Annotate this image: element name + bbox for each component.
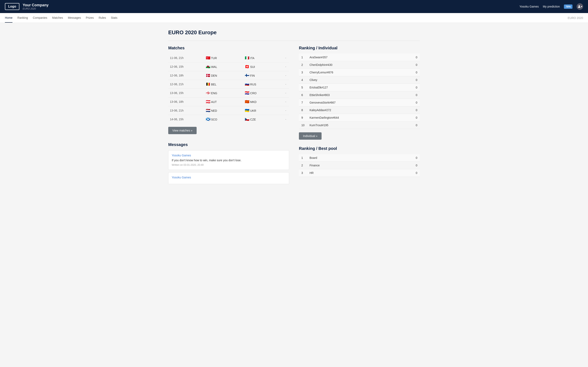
message-author[interactable]: Yosoku Games <box>172 176 286 179</box>
logo: Logo <box>5 3 19 10</box>
message-date: Written on 03-01-2020, 20:49 <box>172 164 286 166</box>
ranking-row: 2 CheriDolphin#430 0 <box>299 61 420 69</box>
message-card: Yosoku Games <box>168 172 289 184</box>
ranking-best-pool-title: Ranking / Best pool <box>299 146 420 151</box>
pool-rank-name: HR <box>307 169 412 177</box>
nav-ranking[interactable]: Ranking <box>17 13 28 23</box>
nav-companies[interactable]: Companies <box>33 13 47 23</box>
yosoku-games-link[interactable]: Yosoku Games <box>519 5 539 8</box>
nav-home[interactable]: Home <box>5 13 12 23</box>
rank-name: AraSwan#357 <box>307 54 412 61</box>
pool-rank-name: Finance <box>307 162 412 169</box>
message-author[interactable]: Yosoku Games <box>172 154 286 157</box>
ranking-row: 3 CherrylLemur#876 0 <box>299 69 420 76</box>
rank-number: 9 <box>299 114 307 122</box>
match-date: 11-06, 21h <box>168 54 204 62</box>
pool-rank-number: 3 <box>299 169 307 177</box>
ranking-best-pool-section: Ranking / Best pool 1 Board 0 2 Finance … <box>299 146 420 177</box>
nav-stats[interactable]: Stats <box>111 13 117 23</box>
match-row: 12-06, 15h 🏴󠁧󠁢󠁷󠁬󠁳󠁿WAL 🇨🇭SUI - <box>168 62 289 71</box>
rank-number: 7 <box>299 99 307 106</box>
matches-table: 11-06, 21h 🇹🇷TUR 🇮🇹ITA - 12-06, 15h 🏴󠁧󠁢󠁷… <box>168 54 289 124</box>
messages-section: Messages Yosoku Games If you don't know … <box>168 142 289 184</box>
match-score: - <box>282 89 289 98</box>
match-team1: 🇹🇷TUR <box>204 54 243 62</box>
best-pool-row: 2 Finance 0 <box>299 162 420 169</box>
match-team2: 🇫🇮FIN <box>243 71 282 80</box>
ranking-individual-table: 1 AraSwan#357 0 2 CheriDolphin#430 0 3 C… <box>299 54 420 129</box>
match-row: 13-06, 21h 🇳🇱NED 🇺🇦UKR - <box>168 106 289 115</box>
match-score: - <box>282 115 289 124</box>
rank-name: ErickaElk#127 <box>307 84 412 91</box>
match-team2: 🇭🇷CRO <box>243 89 282 98</box>
nav-rules[interactable]: Rules <box>99 13 106 23</box>
divider <box>168 41 420 41</box>
rank-score: 0 <box>412 99 420 106</box>
match-row: 13-06, 18h 🇦🇹AUT 🇲🇰MKD - <box>168 98 289 106</box>
rank-number: 10 <box>299 122 307 129</box>
view-matches-button[interactable]: View matches » <box>168 127 197 134</box>
event-name: EURO 2020 <box>23 7 49 10</box>
page-title: EURO 2020 Europe <box>168 29 420 36</box>
rank-name: KarmenDarlington#644 <box>307 114 412 122</box>
message-text: If you don't know how to win, make sure … <box>172 159 286 162</box>
match-score: - <box>282 80 289 89</box>
nav-links: Home Ranking Companies Matches Messages … <box>5 13 117 23</box>
match-score: - <box>282 98 289 106</box>
rank-number: 8 <box>299 106 307 114</box>
rank-name: GenovevaStork#667 <box>307 99 412 106</box>
ranking-individual-title: Ranking / Individual <box>299 46 420 50</box>
match-row: 13-06, 15h 🏴󠁧󠁢󠁥󠁮󠁧󠁿ENG 🇭🇷CRO - <box>168 89 289 98</box>
match-row: 14-06, 15h 🏴󠁧󠁢󠁳󠁣󠁴󠁿SCO 🇨🇿CZE - <box>168 115 289 124</box>
pool-rank-number: 2 <box>299 162 307 169</box>
match-team1: 🏴󠁧󠁢󠁥󠁮󠁧󠁿ENG <box>204 89 243 98</box>
nav-bar: Home Ranking Companies Matches Messages … <box>0 13 588 23</box>
match-team1: 🏴󠁧󠁢󠁷󠁬󠁳󠁿WAL <box>204 62 243 71</box>
match-row: 11-06, 21h 🇹🇷TUR 🇮🇹ITA - <box>168 54 289 62</box>
nav-matches[interactable]: Matches <box>52 13 63 23</box>
rank-score: 0 <box>412 54 420 61</box>
header-company: Your Company EURO 2020 <box>23 3 49 10</box>
match-team2: 🇮🇹ITA <box>243 54 282 62</box>
match-team2: 🇨🇿CZE <box>243 115 282 124</box>
ranking-best-pool-table: 1 Board 0 2 Finance 0 3 HR 0 <box>299 154 420 177</box>
header-left: Logo Your Company EURO 2020 <box>5 3 49 10</box>
prediction-badge: 78% <box>564 4 572 9</box>
match-team2: 🇷🇺RUS <box>243 80 282 89</box>
rank-number: 5 <box>299 84 307 91</box>
user-menu[interactable]: ▾ <box>577 3 583 10</box>
nav-prizes[interactable]: Prizes <box>86 13 94 23</box>
match-team1: 🇦🇹AUT <box>204 98 243 106</box>
ranking-individual-section: Ranking / Individual 1 AraSwan#357 0 2 C… <box>299 46 420 146</box>
match-team2: 🇨🇭SUI <box>243 62 282 71</box>
pool-rank-name: Board <box>307 154 412 162</box>
content-grid: Matches 11-06, 21h 🇹🇷TUR 🇮🇹ITA - 12-06, … <box>168 46 420 187</box>
individual-button[interactable]: Individual » <box>299 132 321 140</box>
nav-messages[interactable]: Messages <box>68 13 81 23</box>
pool-rank-score: 0 <box>412 169 420 177</box>
ranking-row: 9 KarmenDarlington#644 0 <box>299 114 420 122</box>
rank-score: 0 <box>412 114 420 122</box>
ranking-row: 6 EttieShrike#803 0 <box>299 91 420 99</box>
rank-name: KumTrout#195 <box>307 122 412 129</box>
match-date: 12-06, 21h <box>168 80 204 89</box>
messages-title: Messages <box>168 142 289 147</box>
match-score: - <box>282 106 289 115</box>
ranking-row: 5 ErickaElk#127 0 <box>299 84 420 91</box>
rank-number: 3 <box>299 69 307 76</box>
rank-number: 4 <box>299 76 307 84</box>
match-score: - <box>282 71 289 80</box>
main-content: EURO 2020 Europe Matches 11-06, 21h 🇹🇷TU… <box>163 23 425 193</box>
company-name: Your Company <box>23 3 49 7</box>
matches-title: Matches <box>168 46 289 50</box>
ranking-row: 7 GenovevaStork#667 0 <box>299 99 420 106</box>
my-prediction-label: My prediction <box>543 5 560 8</box>
rank-number: 1 <box>299 54 307 61</box>
message-card: Yosoku Games If you don't know how to wi… <box>168 150 289 170</box>
rank-name: CheriDolphin#430 <box>307 61 412 69</box>
matches-section: Matches 11-06, 21h 🇹🇷TUR 🇮🇹ITA - 12-06, … <box>168 46 289 134</box>
header-right: Yosoku Games My prediction 78% ▾ <box>519 3 583 10</box>
ranking-row: 1 AraSwan#357 0 <box>299 54 420 61</box>
ranking-row: 4 Clivey 0 <box>299 76 420 84</box>
rank-score: 0 <box>412 91 420 99</box>
